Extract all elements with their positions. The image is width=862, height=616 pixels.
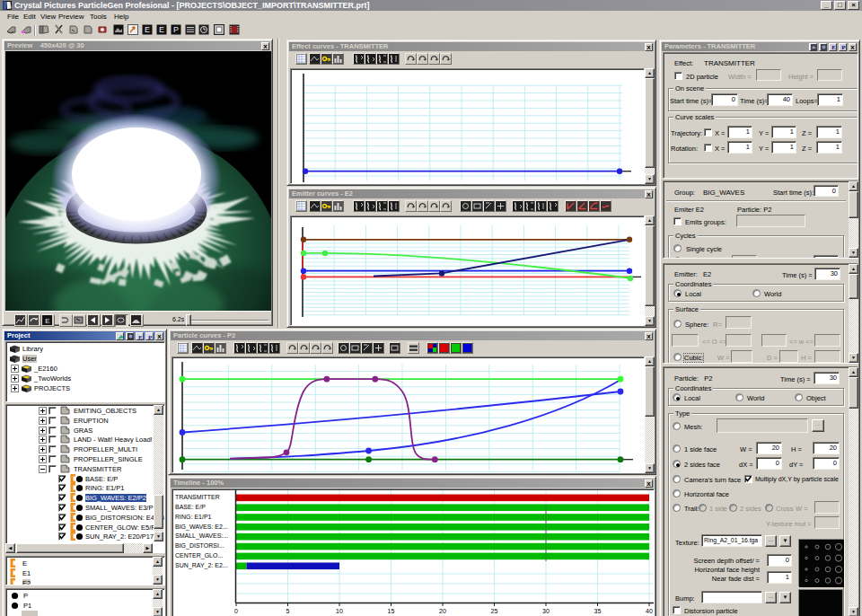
svg-text:E: E: [145, 25, 150, 34]
svg-text:10: 10: [336, 608, 343, 614]
svg-text:E: E: [45, 317, 49, 325]
svg-text:E: E: [831, 44, 836, 50]
svg-text:25: 25: [491, 608, 498, 614]
svg-text:35: 35: [594, 608, 602, 614]
svg-text:P: P: [173, 25, 179, 34]
svg-text:E: E: [159, 25, 164, 34]
svg-text:E: E: [138, 334, 143, 340]
svg-text:0: 0: [234, 608, 238, 614]
svg-text:P: P: [148, 334, 153, 340]
svg-text:30: 30: [542, 608, 550, 614]
svg-text:20: 20: [439, 608, 446, 614]
svg-text:5: 5: [286, 608, 290, 614]
svg-text:P: P: [841, 44, 846, 50]
svg-text:15: 15: [388, 608, 395, 614]
svg-text:40: 40: [646, 608, 653, 614]
